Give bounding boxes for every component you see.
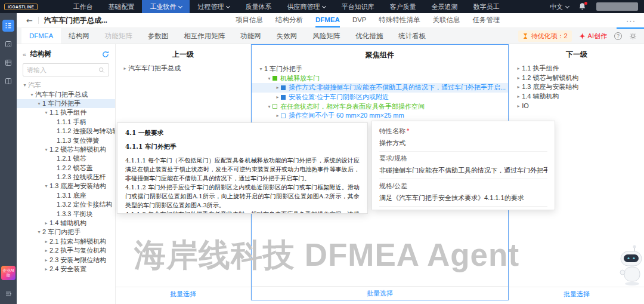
tree-item[interactable]: 1.2.2 锁芯盖 bbox=[17, 164, 115, 173]
tree-item[interactable]: 1.3.3 平衡块 bbox=[17, 209, 115, 218]
caret-right-icon[interactable]: ▸ bbox=[515, 66, 522, 71]
top-menu-item[interactable]: 工业软件 bbox=[142, 0, 190, 13]
top-menu-item[interactable]: 过程管理 bbox=[190, 0, 237, 13]
notification-bell-icon[interactable] bbox=[578, 2, 587, 11]
caret-down-icon[interactable]: ▾ bbox=[266, 104, 273, 109]
caret-down-icon[interactable]: ▾ bbox=[21, 82, 28, 88]
form-field-value[interactable]: 非碰撞侧车门应能在不借助工具的情况下，通过车门外把手开启车门。 bbox=[379, 164, 547, 179]
collapse-panel-icon[interactable]: « bbox=[23, 51, 26, 58]
caret-right-icon[interactable]: ▸ bbox=[274, 94, 281, 100]
document-edit-icon[interactable] bbox=[2, 38, 14, 50]
toolbar-tab[interactable]: 相互作用矩阵 bbox=[176, 28, 233, 44]
caret-right-icon[interactable]: ▸ bbox=[515, 84, 522, 90]
toolbar-tab[interactable]: 参数图 bbox=[140, 28, 177, 44]
user-avatar[interactable] bbox=[596, 2, 638, 11]
top-menu-item[interactable]: 全景追溯 bbox=[423, 0, 465, 13]
list-item[interactable]: ▸1.1 执手组件 bbox=[509, 64, 644, 73]
tree-item[interactable]: ▾2 车门内把手 bbox=[17, 228, 115, 237]
tree-item[interactable]: ▾1.3 底座与安装结构 bbox=[17, 182, 115, 191]
tree-item[interactable]: 1.2.1 锁芯 bbox=[17, 154, 115, 163]
language-switcher[interactable]: 中文 bbox=[550, 2, 569, 11]
caret-right-icon[interactable]: ▸ bbox=[274, 113, 281, 118]
back-arrow-icon[interactable]: ← bbox=[26, 16, 33, 25]
tree-item[interactable]: ▾1.1 执手组件 bbox=[17, 108, 115, 117]
tree-item[interactable]: 1.3.1 底座 bbox=[17, 191, 115, 200]
form-field-value[interactable]: 满足《汽车车门把手安全技术要求》4.1.1.1的要求 bbox=[379, 192, 547, 207]
toolbar-tab[interactable]: 失效网 bbox=[269, 28, 305, 44]
tree-item[interactable]: ▸2.4 安全装置 bbox=[17, 265, 115, 274]
tree-item[interactable]: ▾汽车车门把手总成 bbox=[17, 90, 115, 99]
list-item[interactable]: ▸1.2 锁芯与解锁机构 bbox=[509, 73, 644, 83]
checkbox-icon[interactable] bbox=[281, 113, 286, 118]
caret-right-icon[interactable]: ▸ bbox=[43, 239, 49, 244]
list-item[interactable]: ▸IO bbox=[509, 101, 644, 110]
page-tab[interactable]: DFMEA bbox=[315, 13, 340, 27]
caret-right-icon[interactable]: ▸ bbox=[43, 220, 49, 226]
batch-select-link[interactable]: 批量选择 bbox=[367, 289, 393, 298]
help-icon[interactable]: ? bbox=[614, 32, 622, 40]
page-tab[interactable]: 关联信息 bbox=[433, 13, 460, 27]
tree-item[interactable]: 1.1.1 手柄 bbox=[17, 118, 115, 127]
caret-down-icon[interactable]: ▾ bbox=[266, 76, 273, 81]
caret-right-icon[interactable]: ▸ bbox=[122, 66, 128, 71]
top-menu-item[interactable]: 基础配置 bbox=[100, 0, 142, 13]
tree-item[interactable]: ▾1.2 锁芯与解锁机构 bbox=[17, 145, 115, 154]
tree-item[interactable]: ▾汽车 bbox=[17, 81, 115, 90]
caret-right-icon[interactable]: ▸ bbox=[43, 266, 49, 272]
list-item[interactable]: ▾机械释放车门 bbox=[252, 74, 508, 84]
tree-item[interactable]: 1.2.3 拉线或压杆 bbox=[17, 173, 115, 182]
toolbar-tab[interactable]: 统计看板 bbox=[391, 28, 434, 44]
tree-item[interactable]: 1.1.3 复位弹簧 bbox=[17, 136, 115, 145]
page-tab[interactable]: DVP bbox=[352, 13, 367, 27]
page-tab[interactable]: 特殊特性清单 bbox=[379, 13, 420, 27]
tree-item[interactable]: ▸2.2 执手与复位机构 bbox=[17, 246, 115, 255]
list-item[interactable]: ▸汽车车门把手总成 bbox=[116, 64, 250, 73]
tree-item[interactable]: ▸2.3 安装与限位结构 bbox=[17, 255, 115, 264]
list-item[interactable]: ▸1.4 辅助机构 bbox=[509, 92, 644, 102]
batch-select-link[interactable]: 批量选择 bbox=[564, 290, 590, 299]
list-item[interactable]: ▾1 车门外把手 bbox=[252, 65, 508, 74]
tree-item[interactable]: ▸1.4 辅助机构 bbox=[17, 219, 115, 228]
caret-right-icon[interactable]: ▸ bbox=[515, 103, 522, 109]
layout-panel-icon[interactable] bbox=[2, 75, 14, 87]
caret-right-icon[interactable]: ▸ bbox=[274, 85, 281, 90]
top-menu-item[interactable]: 平台知识库 bbox=[333, 0, 382, 13]
caret-right-icon[interactable]: ▸ bbox=[515, 94, 522, 99]
toolbar-tab[interactable]: 风险矩阵 bbox=[305, 28, 348, 44]
checkbox-icon[interactable] bbox=[273, 104, 277, 109]
tree-item[interactable]: ▾1 车门外把手 bbox=[17, 99, 115, 108]
form-field-value[interactable]: 操作方式 bbox=[379, 137, 547, 152]
list-item[interactable]: ▸安装位置:位于车门阴影区内或附近 bbox=[252, 93, 508, 102]
list-item[interactable]: ▾在任意状态时，相对车身表面应具备手部操作空间 bbox=[252, 102, 508, 111]
page-tab[interactable]: 项目信息 bbox=[236, 13, 263, 27]
more-actions-icon[interactable]: ··· bbox=[626, 16, 636, 25]
settings-gear-icon[interactable] bbox=[629, 32, 637, 40]
ai-create-button[interactable]: AI创作 bbox=[579, 32, 607, 41]
caret-down-icon[interactable]: ▾ bbox=[36, 229, 42, 235]
list-item[interactable]: ▸操作方式:非碰撞侧车门应能在不借助工具的情况下，通过车门外把手开启... bbox=[252, 83, 508, 93]
tree-item[interactable]: 1.1.2 连接段与转动轴 bbox=[17, 127, 115, 136]
top-menu-item[interactable]: 客户质量 bbox=[382, 0, 423, 13]
page-tab[interactable]: 结构分析 bbox=[275, 13, 303, 27]
top-menu-item[interactable]: 质量体系 bbox=[237, 0, 279, 13]
structure-tree-icon[interactable] bbox=[2, 20, 14, 32]
batch-select-link[interactable]: 批量选择 bbox=[170, 290, 196, 299]
caret-down-icon[interactable]: ▾ bbox=[29, 92, 35, 97]
top-menu-item[interactable]: 数字员工 bbox=[465, 0, 507, 13]
caret-right-icon[interactable]: ▸ bbox=[43, 248, 49, 253]
caret-down-icon[interactable]: ▾ bbox=[36, 101, 42, 106]
refresh-icon[interactable] bbox=[102, 51, 109, 58]
top-menu-item[interactable]: 工作台 bbox=[65, 0, 100, 13]
list-item[interactable]: ▸1.3 底座与安装结构 bbox=[509, 82, 644, 92]
top-menu-item[interactable]: 供应商管理 bbox=[279, 0, 333, 13]
tree-item[interactable]: ▸2.1 拉索与解锁机构 bbox=[17, 237, 115, 246]
toolbar-tab[interactable]: 结构网 bbox=[61, 28, 97, 44]
tree-item[interactable]: 1.3.2 定位卡接结构 bbox=[17, 200, 115, 209]
collapse-sidebar-icon[interactable] bbox=[5, 290, 12, 299]
tree-search-input[interactable] bbox=[27, 66, 98, 73]
caret-right-icon[interactable]: ▸ bbox=[515, 75, 522, 81]
toolbar-tab[interactable]: 优化措施 bbox=[348, 28, 391, 44]
caret-down-icon[interactable]: ▾ bbox=[43, 110, 49, 115]
list-item[interactable]: ▸操作空间不小于 60 mm×20 mm×25 mm bbox=[252, 111, 508, 121]
library-icon[interactable] bbox=[2, 57, 14, 69]
